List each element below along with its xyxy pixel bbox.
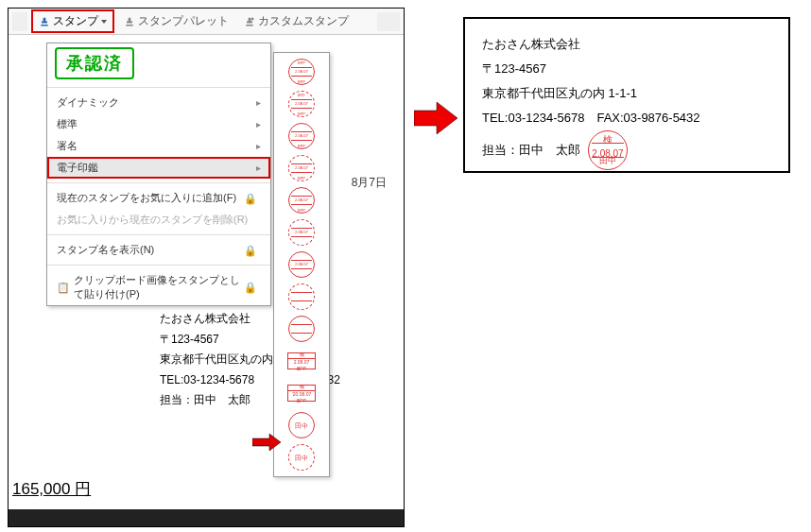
menu-label: 署名 xyxy=(57,139,78,153)
submenu-arrow-icon: ▸ xyxy=(256,97,261,108)
palette-label: スタンプパレット xyxy=(138,13,229,29)
approved-stamp-preview: 承認済 xyxy=(55,47,134,79)
menu-standard[interactable]: 標準▸ xyxy=(47,113,270,135)
doc-date: 8月7日 xyxy=(352,175,387,191)
menu-label: 電子印鑑 xyxy=(57,161,98,175)
menu-signature[interactable]: 署名▸ xyxy=(47,135,270,157)
doc-footer-bar xyxy=(9,509,404,526)
submenu-arrow-icon: ▸ xyxy=(256,141,261,151)
stamp-option-12[interactable]: 田中 xyxy=(286,410,317,440)
stamp-dropdown-menu: 承認済 ダイナミック▸ 標準▸ 署名▸ 電子印鑑▸ 現在のスタンプをお気に入りに… xyxy=(46,43,271,306)
stamp-option-1[interactable]: BPP2.08.07BPP xyxy=(286,57,317,87)
stamp-submenu: BPP2.08.07BPP 田中2.08.07BPP 2.08.07BPP 2.… xyxy=(273,52,330,477)
result-address: 東京都千代田区丸の内 1-1-1 xyxy=(482,81,771,106)
doc-total: 165,000 円 xyxy=(12,478,91,500)
stamp-option-4[interactable]: 2.08.07BPP xyxy=(286,153,317,183)
toolbar-blur xyxy=(12,12,27,31)
menu-dynamic[interactable]: ダイナミック▸ xyxy=(47,92,270,113)
menu-label: クリップボード画像をスタンプとして貼り付け(P) xyxy=(74,273,244,301)
custom-label: カスタムスタンプ xyxy=(258,13,349,29)
svg-rect-0 xyxy=(41,25,48,26)
stamp-option-6[interactable]: 2.08.07 xyxy=(286,217,317,248)
menu-separator xyxy=(47,234,270,235)
menu-label: 標準 xyxy=(57,117,78,131)
submenu-arrow-icon: ▸ xyxy=(256,163,261,173)
caret-down-icon xyxy=(101,20,107,24)
lock-icon: 🔒 xyxy=(244,282,255,293)
svg-point-3 xyxy=(251,17,254,20)
menu-clipboard[interactable]: 📋クリップボード画像をスタンプとして貼り付け(P)🔒 xyxy=(47,269,270,305)
menu-label: スタンプ名を表示(N) xyxy=(57,243,154,257)
menu-separator xyxy=(47,182,270,183)
menu-label: 現在のスタンプをお気に入りに追加(F) xyxy=(57,191,236,205)
toolbar: スタンプ スタンプパレット カスタムスタンプ xyxy=(9,9,404,35)
custom-stamp-icon xyxy=(244,16,255,27)
menu-electronic-seal[interactable]: 電子印鑑▸ xyxy=(47,157,270,179)
doc-tel: TEL:03-1234-5678 xyxy=(160,373,254,386)
stamp-option-8[interactable] xyxy=(286,282,317,312)
stamp-option-13[interactable]: 田中 xyxy=(286,442,317,472)
heart-lock-icon: 🔒 xyxy=(244,193,255,204)
menu-show-names[interactable]: スタンプ名を表示(N)🔒 xyxy=(47,239,270,261)
lock-icon: 🔒 xyxy=(244,245,255,256)
stamp-palette-icon xyxy=(124,16,135,27)
stamp-option-2[interactable]: 田中2.08.07BPP xyxy=(286,89,317,119)
svg-rect-2 xyxy=(246,25,253,26)
callout-arrow-big-icon xyxy=(414,102,457,134)
submenu-arrow-icon: ▸ xyxy=(256,119,261,129)
clipboard-icon: 📋 xyxy=(57,282,68,293)
custom-stamp-button[interactable]: カスタムスタンプ xyxy=(238,11,354,31)
result-person: 担当：田中 太郎 xyxy=(482,138,580,163)
stamp-icon xyxy=(39,16,50,27)
result-company: たおさん株式会社 xyxy=(482,32,771,57)
toolbar-blur xyxy=(377,12,400,31)
result-person-line: 担当：田中 太郎 検 2.08.07 田中 xyxy=(482,130,771,170)
menu-label: お気に入りから現在のスタンプを削除(R) xyxy=(57,213,248,227)
callout-arrow-small-icon xyxy=(252,434,281,451)
stamp-option-10[interactable]: 検2.08.07BPP xyxy=(286,346,317,376)
stamp-palette-button[interactable]: スタンプパレット xyxy=(118,11,234,31)
stamp-button[interactable]: スタンプ xyxy=(31,9,114,33)
menu-fav-remove: お気に入りから現在のスタンプを削除(R) xyxy=(47,209,270,231)
result-document: たおさん株式会社 〒123-4567 東京都千代田区丸の内 1-1-1 TEL:… xyxy=(463,17,790,173)
app-window: スタンプ スタンプパレット カスタムスタンプ 8月7日 たおさん株式会社 〒12… xyxy=(8,8,405,527)
stamp-option-11[interactable]: 検'20.08.07BPP xyxy=(286,378,317,408)
stamp-button-label: スタンプ xyxy=(53,13,98,29)
menu-fav-add[interactable]: 現在のスタンプをお気に入りに追加(F)🔒 xyxy=(47,187,270,209)
result-postal: 〒123-4567 xyxy=(482,57,771,81)
stamp-option-7[interactable]: 2.08.07 xyxy=(286,249,317,280)
menu-label: ダイナミック xyxy=(57,95,119,110)
result-telfax: TEL:03-1234-5678 FAX:03-9876-5432 xyxy=(482,106,771,130)
menu-separator xyxy=(47,265,270,266)
stamp-option-9[interactable] xyxy=(286,314,317,344)
applied-stamp-icon: 検 2.08.07 田中 xyxy=(588,130,628,170)
stamp-option-5[interactable]: 2.08.07BPP xyxy=(286,185,317,215)
svg-rect-1 xyxy=(126,25,133,26)
menu-separator xyxy=(47,87,270,88)
result-block: たおさん株式会社 〒123-4567 東京都千代田区丸の内 1-1-1 TEL:… xyxy=(482,32,771,170)
stamp-option-3[interactable]: 2.08.07BPP xyxy=(286,121,317,151)
